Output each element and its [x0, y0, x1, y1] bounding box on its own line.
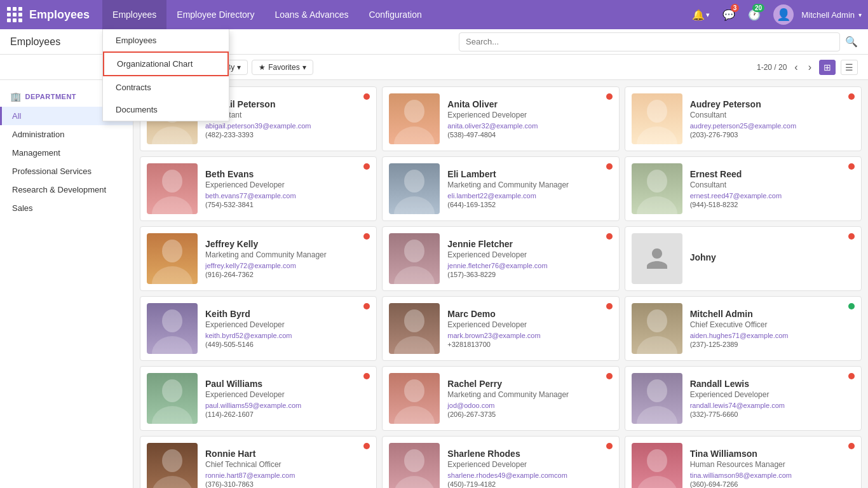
svg-point-30: [404, 449, 424, 472]
user-menu[interactable]: 👤 Mitchell Admin ▾: [767, 0, 868, 29]
employee-card[interactable]: Marc Demo Experienced Developer mark.bro…: [382, 296, 619, 361]
svg-point-20: [647, 309, 667, 332]
dropdown-item-documents[interactable]: Documents: [103, 98, 229, 121]
employee-email: jeffrey.kelly72@example.com: [205, 262, 370, 269]
next-page-button[interactable]: ›: [806, 60, 814, 74]
employee-photo: [147, 163, 198, 214]
pagination-controls: 1-20 / 20 ‹ › ⊞ ☰: [757, 60, 858, 75]
sidebar: 🏢 DEPARTMENT All Administration Manageme…: [0, 80, 133, 488]
employee-title: Marketing and Community Manager: [205, 250, 370, 259]
sidebar-item-management[interactable]: Management: [0, 144, 133, 162]
employee-info: Mitchell Admin Chief Executive Officer a…: [690, 309, 855, 348]
dropdown-item-org-chart[interactable]: Organizational Chart: [103, 51, 229, 76]
employee-card[interactable]: Paul Williams Experienced Developer paul…: [140, 366, 377, 431]
employee-photo: [632, 373, 682, 424]
svg-point-18: [404, 309, 424, 332]
employee-name: Audrey Peterson: [690, 99, 855, 109]
pagination-text: 1-20 / 20: [757, 63, 787, 72]
employee-name: Anita Oliver: [447, 99, 612, 109]
search-area: 🔍: [133, 32, 868, 51]
employee-title: Human Resources Manager: [690, 460, 855, 469]
star-icon: ★: [259, 63, 266, 72]
employee-phone: (203)-276-7903: [690, 131, 855, 139]
prev-page-button[interactable]: ‹: [792, 60, 800, 74]
employee-info: Ernest Reed Consultant ernest.reed47@exa…: [690, 169, 855, 208]
employee-name: Ernest Reed: [690, 169, 855, 179]
employee-name: Marc Demo: [447, 309, 612, 319]
employee-card[interactable]: Beth Evans Experienced Developer beth.ev…: [140, 156, 377, 221]
status-dot: [606, 93, 613, 100]
main-content: 🏢 DEPARTMENT All Administration Manageme…: [0, 80, 868, 488]
employee-card[interactable]: Eli Lambert Marketing and Community Mana…: [382, 156, 619, 221]
apps-grid-icon: [7, 7, 22, 22]
svg-point-4: [647, 100, 667, 123]
user-avatar: 👤: [773, 4, 794, 25]
status-dot: [606, 163, 613, 170]
favorites-button[interactable]: ★ Favorites ▾: [252, 60, 313, 75]
employee-card[interactable]: Johny: [625, 226, 862, 291]
svg-point-10: [647, 170, 667, 193]
employee-card[interactable]: Sharlene Rhodes Experienced Developer sh…: [382, 436, 619, 488]
notification-bell[interactable]: 🔔 ▾: [686, 0, 716, 29]
sidebar-item-research-development[interactable]: Research & Development: [0, 180, 133, 199]
employee-card[interactable]: Rachel Perry Marketing and Community Man…: [382, 366, 619, 431]
status-dot: [848, 93, 855, 100]
employee-info: Sharlene Rhodes Experienced Developer sh…: [447, 449, 612, 488]
status-dot: [848, 163, 855, 170]
employee-email: ronnie.hart87@example.com: [205, 471, 370, 479]
employee-card[interactable]: Mitchell Admin Chief Executive Officer a…: [625, 296, 862, 361]
employee-card[interactable]: Ernest Reed Consultant ernest.reed47@exa…: [625, 156, 862, 221]
employee-card[interactable]: Jennie Fletcher Experienced Developer je…: [382, 226, 619, 291]
employee-photo: [632, 93, 682, 144]
svg-point-23: [152, 406, 193, 424]
svg-point-22: [162, 379, 182, 402]
employee-card[interactable]: Ronnie Hart Chief Technical Officer ronn…: [140, 436, 377, 488]
nav-item-employees[interactable]: Employees Employees Organizational Chart…: [102, 0, 166, 29]
apps-menu-button[interactable]: [0, 0, 29, 29]
svg-point-8: [404, 170, 424, 193]
bell-icon: 🔔: [692, 9, 705, 21]
svg-point-19: [394, 336, 435, 354]
svg-point-32: [647, 449, 667, 472]
employee-email: ernest.reed47@example.com: [690, 192, 855, 200]
employee-title: Chief Technical Officer: [205, 460, 370, 469]
dropdown-item-contracts[interactable]: Contracts: [103, 76, 229, 98]
status-dot: [848, 443, 855, 449]
employee-title: Experienced Developer: [447, 460, 612, 469]
search-input[interactable]: [459, 32, 840, 51]
sidebar-item-administration[interactable]: Administration: [0, 125, 133, 144]
nav-item-configuration[interactable]: Configuration: [358, 0, 431, 29]
employee-card[interactable]: Audrey Peterson Consultant audrey.peters…: [625, 86, 862, 151]
groupby-chevron: ▾: [237, 63, 241, 72]
employee-email: jod@odoo.com: [447, 402, 612, 409]
employee-info: Eli Lambert Marketing and Community Mana…: [447, 169, 612, 208]
employee-card[interactable]: Tina Williamson Human Resources Manager …: [625, 436, 862, 488]
employee-photo: [389, 163, 440, 214]
employee-email: audrey.peterson25@example.com: [690, 122, 855, 130]
employee-title: Consultant: [205, 111, 370, 119]
employee-photo: [389, 303, 440, 354]
clock-button[interactable]: 🕐 20: [742, 0, 767, 29]
status-dot: [606, 233, 613, 240]
svg-point-5: [637, 126, 677, 144]
employee-photo: [389, 373, 440, 424]
svg-point-9: [394, 196, 435, 214]
search-button[interactable]: 🔍: [845, 36, 858, 48]
employee-card[interactable]: Jeffrey Kelly Marketing and Community Ma…: [140, 226, 377, 291]
sidebar-item-professional-services[interactable]: Professional Services: [0, 162, 133, 180]
employee-card[interactable]: Randall Lewis Experienced Developer rand…: [625, 366, 862, 431]
grid-view-button[interactable]: ⊞: [819, 60, 836, 75]
employee-phone: (482)-233-3393: [205, 131, 370, 139]
list-view-button[interactable]: ☰: [841, 60, 858, 75]
nav-item-loans[interactable]: Loans & Advances: [264, 0, 358, 29]
dropdown-item-employees[interactable]: Employees: [103, 29, 229, 51]
employee-card[interactable]: Anita Oliver Experienced Developer anita…: [382, 86, 619, 151]
employee-info: Paul Williams Experienced Developer paul…: [205, 379, 370, 418]
sidebar-item-sales[interactable]: Sales: [0, 199, 133, 217]
employee-card[interactable]: Keith Byrd Experienced Developer keith.b…: [140, 296, 377, 361]
chat-button[interactable]: 💬 3: [716, 0, 742, 29]
employee-photo: [389, 443, 440, 488]
status-dot: [848, 303, 855, 309]
employee-photo: [632, 233, 682, 284]
nav-item-employee-directory[interactable]: Employee Directory: [166, 0, 264, 29]
